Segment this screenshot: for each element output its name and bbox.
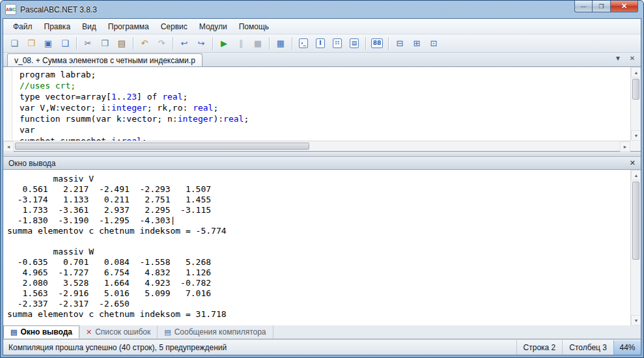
close-icon: ✕ <box>621 2 627 10</box>
menu-item[interactable]: Правка <box>38 20 77 34</box>
menu-item[interactable]: Сервис <box>155 20 193 34</box>
code-line: program labrab; <box>20 69 630 80</box>
code-lines[interactable]: program labrab;//uses crt;type vector=ar… <box>13 67 630 141</box>
toolbar: ❏❐▣❑✂❒▤↶↷↩↪▶∥■▦›_I∷▤88⊟⊞⊡ <box>3 34 641 53</box>
editor-horizontal-scrollbar[interactable]: ◄ ► <box>3 141 630 151</box>
new-file-icon: ❏ <box>10 39 18 48</box>
code-line: function rsumm(var k:vector; n:integer):… <box>20 113 630 124</box>
output-vscroll-thumb[interactable] <box>632 182 639 260</box>
tab-label: Сообщения компилятора <box>175 327 266 337</box>
title-bar: ABC PascalABC.NET 3.8.3 — ❐ ✕ <box>3 1 641 18</box>
open-file-icon: ❐ <box>27 39 35 48</box>
status-bar: Компиляция прошла успешно (40 строк), 5 … <box>3 339 641 355</box>
output-window-icon: ▤ <box>10 328 17 337</box>
output-vertical-scrollbar[interactable]: ▲ ▼ <box>630 170 641 325</box>
menu-item[interactable]: Программа <box>102 20 155 34</box>
undo-icon: ↶ <box>141 39 148 48</box>
modules-window-button[interactable]: 88 <box>369 36 385 51</box>
menu-item[interactable]: Модули <box>193 20 233 34</box>
tab-label: Окно вывода <box>20 327 72 337</box>
maximize-button[interactable]: ❐ <box>593 1 611 12</box>
scroll-right-icon[interactable]: ► <box>620 141 630 152</box>
tab-list-dropdown-icon[interactable]: ▼ <box>613 55 623 62</box>
app-window: ABC PascalABC.NET 3.8.3 — ❐ ✕ ФайлПравка… <box>0 0 644 358</box>
toolbar-separator <box>133 37 133 50</box>
window-layout-bottom-button[interactable]: ⊞ <box>409 36 425 51</box>
tab-output-window[interactable]: ▤Окно вывода <box>3 325 79 338</box>
menu-item[interactable]: Помощь <box>233 20 275 34</box>
parts-window-button[interactable]: ∷ <box>329 36 345 51</box>
stop-button[interactable]: ■ <box>250 36 266 51</box>
restore-icon: ❐ <box>598 3 604 10</box>
parts-window-icon: ∷ <box>333 38 342 48</box>
modules-window-icon: 88 <box>371 38 384 48</box>
new-file-button[interactable]: ❏ <box>7 36 22 51</box>
window-layout-float-icon: ⊡ <box>430 39 438 48</box>
undo-button[interactable]: ↶ <box>137 36 152 51</box>
run-button[interactable]: ▶ <box>216 36 232 51</box>
document-tab-bar: v_08. + Сумма элементов с четными индекс… <box>3 53 641 67</box>
interpreter-window-button[interactable]: I <box>313 36 328 51</box>
editor-output-splitter[interactable] <box>3 152 641 157</box>
cut-icon: ✂ <box>85 39 92 48</box>
tab-error-list[interactable]: ✕Список ошибок <box>79 325 158 338</box>
copy-button[interactable]: ❒ <box>97 36 113 51</box>
menu-item[interactable]: Файл <box>7 20 38 34</box>
save-file-button[interactable]: ▣ <box>40 36 56 51</box>
scroll-up-icon[interactable]: ▲ <box>631 67 641 77</box>
menu-bar: ФайлПравкаВидПрограммаСервисМодулиПомощь <box>3 19 641 34</box>
calculator-button[interactable]: ▦ <box>273 36 288 51</box>
editor-vertical-scrollbar[interactable]: ▲ ▼ <box>630 67 641 141</box>
description-window-icon: ▤ <box>350 38 359 48</box>
calculator-icon: ▦ <box>277 39 285 48</box>
output-panel-header: Окно вывода ✕ <box>3 157 641 170</box>
window-controls: — ❐ ✕ <box>574 1 638 12</box>
document-tab[interactable]: v_08. + Сумма элементов с четными индекс… <box>7 53 203 66</box>
toolbar-separator <box>173 37 173 50</box>
menu-item[interactable]: Вид <box>76 20 102 34</box>
nav-forward-button[interactable]: ↪ <box>193 36 209 51</box>
scroll-down-icon[interactable]: ▼ <box>631 315 641 325</box>
paste-button[interactable]: ▤ <box>114 36 130 51</box>
scroll-up-icon[interactable]: ▲ <box>631 170 641 180</box>
output-text: massiv V 0.561 2.217 -2.491 -2.293 1.507… <box>7 174 628 325</box>
pause-icon: ∥ <box>239 39 244 48</box>
zoom-level-indicator[interactable]: 44% <box>613 340 641 355</box>
minimize-button[interactable]: — <box>574 1 593 12</box>
window-layout-float-button[interactable]: ⊡ <box>426 36 441 51</box>
bottom-tab-bar: ▤Окно вывода✕Список ошибок▤Сообщения ком… <box>3 325 641 339</box>
save-file-icon: ▣ <box>44 39 52 48</box>
output-window[interactable]: massiv V 0.561 2.217 -2.491 -2.293 1.507… <box>3 170 641 325</box>
client-area: ФайлПравкаВидПрограммаСервисМодулиПомощь… <box>3 18 641 355</box>
tab-compiler-messages[interactable]: ▤Сообщения компилятора <box>158 325 273 338</box>
code-line: type vector=array[1..23] of real; <box>20 91 630 102</box>
window-layout-left-button[interactable]: ⊟ <box>392 36 408 51</box>
minimize-icon: — <box>581 3 587 10</box>
tab-close-icon[interactable]: ✕ <box>628 55 637 62</box>
description-window-button[interactable]: ▤ <box>346 36 362 51</box>
output-close-icon[interactable]: ✕ <box>630 159 636 167</box>
paste-icon: ▤ <box>118 39 126 48</box>
close-button[interactable]: ✕ <box>611 1 638 12</box>
toolbar-separator <box>292 37 292 50</box>
console-window-button[interactable]: ›_ <box>296 36 311 51</box>
save-all-button[interactable]: ❑ <box>57 36 73 51</box>
app-icon-letter: C <box>12 7 16 12</box>
output-panel-title: Окно вывода <box>8 159 630 168</box>
redo-button[interactable]: ↷ <box>154 36 169 51</box>
caret-line-indicator: Строка 2 <box>516 340 563 355</box>
editor-gutter <box>3 67 12 141</box>
toolbar-separator <box>365 37 366 50</box>
toolbar-separator <box>388 37 389 50</box>
pause-button[interactable]: ∥ <box>233 36 249 51</box>
nav-back-button[interactable]: ↩ <box>176 36 192 51</box>
copy-icon: ❒ <box>101 39 109 48</box>
cut-button[interactable]: ✂ <box>80 36 96 51</box>
scroll-left-icon[interactable]: ◄ <box>3 141 14 152</box>
compiler-messages-icon: ▤ <box>164 328 171 337</box>
scroll-down-icon[interactable]: ▼ <box>631 130 641 141</box>
code-editor[interactable]: program labrab;//uses crt;type vector=ar… <box>3 67 641 152</box>
open-file-button[interactable]: ❐ <box>23 36 39 51</box>
editor-vscroll-thumb[interactable] <box>632 79 639 100</box>
editor-hscroll-thumb[interactable] <box>15 143 309 150</box>
